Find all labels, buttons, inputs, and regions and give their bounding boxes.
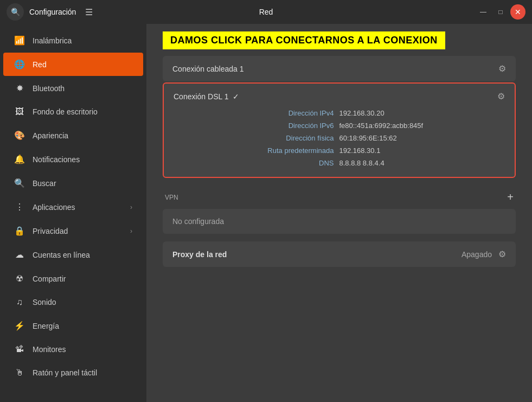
lock-icon: 🔒 bbox=[14, 226, 25, 236]
vpn-no-config-card: No configurada bbox=[163, 209, 516, 234]
display-icon: 📽 bbox=[14, 344, 25, 354]
sidebar-item-label: Compartir bbox=[33, 275, 66, 283]
globe-icon: 🌐 bbox=[14, 59, 25, 69]
proxy-label: Proxy de la red bbox=[172, 250, 227, 259]
sidebar-item-compartir[interactable]: ☢ Compartir bbox=[3, 267, 143, 290]
ipv4-value: 192.168.30.20 bbox=[339, 109, 495, 117]
sidebar-item-label: Fondo de escritorio bbox=[33, 107, 98, 116]
dsl-header: Conexión DSL 1 ✓ ⚙ bbox=[174, 91, 505, 101]
dsl-details: Dirección IPv4 192.168.30.20 Dirección I… bbox=[174, 109, 505, 167]
chevron-right-icon: › bbox=[130, 227, 132, 235]
sidebar-item-monitores[interactable]: 📽 Monitores bbox=[3, 338, 143, 361]
sidebar-item-privacidad[interactable]: 🔒 Privacidad › bbox=[3, 219, 143, 243]
mac-value: 60:18:95:6E:15:62 bbox=[339, 134, 495, 142]
annotation-banner: DAMOS CLICK PARA CONECTARNOS A LA CONEXI… bbox=[163, 24, 516, 56]
proxy-right: Apagado ⚙ bbox=[462, 249, 506, 259]
bluetooth-icon: ✸ bbox=[14, 83, 25, 93]
vpn-add-button[interactable]: + bbox=[507, 191, 514, 203]
sidebar-item-energia[interactable]: ⚡ Energía bbox=[3, 314, 143, 337]
menu-button[interactable]: ☰ bbox=[80, 3, 98, 21]
sidebar-item-label: Aplicaciones bbox=[33, 203, 75, 212]
share-icon: ☢ bbox=[14, 273, 25, 284]
sidebar-item-label: Apariencia bbox=[33, 131, 68, 140]
sidebar-item-bluetooth[interactable]: ✸ Bluetooth bbox=[3, 76, 143, 100]
sidebar-item-label: Energía bbox=[33, 322, 59, 330]
main-layout: 📶 Inalámbrica 🌐 Red ✸ Bluetooth 🖼 Fondo … bbox=[0, 24, 532, 402]
sidebar-item-aplicaciones[interactable]: ⋮ Aplicaciones › bbox=[3, 195, 143, 219]
search-icon: 🔍 bbox=[11, 8, 20, 16]
app-title: Configuración bbox=[29, 8, 76, 16]
chevron-right-icon: › bbox=[130, 203, 132, 211]
mouse-icon: 🖱 bbox=[14, 368, 25, 378]
close-button[interactable]: ✕ bbox=[510, 4, 525, 20]
sidebar-item-label: Cuentas en línea bbox=[33, 251, 90, 259]
cloud-icon: ☁ bbox=[14, 250, 25, 260]
ipv6-value: fe80::451a:6992:acbb:845f bbox=[339, 122, 495, 130]
monitor-icon: 🖼 bbox=[14, 107, 25, 117]
sidebar-item-inalambrica[interactable]: 📶 Inalámbrica bbox=[3, 29, 143, 52]
lightning-icon: ⚡ bbox=[14, 321, 25, 331]
dsl-connection-name: Conexión DSL 1 ✓ bbox=[174, 92, 239, 101]
checkmark-icon: ✓ bbox=[233, 92, 239, 101]
dns-label: DNS bbox=[184, 159, 339, 167]
bell-icon: 🔔 bbox=[14, 154, 25, 164]
maximize-button[interactable]: □ bbox=[493, 4, 508, 20]
sidebar-item-label: Privacidad bbox=[33, 227, 68, 235]
menu-icon: ☰ bbox=[85, 7, 93, 17]
search-icon: 🔍 bbox=[14, 178, 25, 188]
palette-icon: 🎨 bbox=[14, 130, 25, 141]
wired-connection-card[interactable]: Conexión cableada 1 ⚙ bbox=[163, 56, 516, 81]
mac-label: Dirección física bbox=[184, 134, 339, 142]
close-icon: ✕ bbox=[515, 8, 521, 16]
proxy-card[interactable]: Proxy de la red Apagado ⚙ bbox=[163, 241, 516, 267]
sidebar-item-label: Monitores bbox=[33, 345, 66, 354]
sidebar-item-cuentas[interactable]: ☁ Cuentas en línea bbox=[3, 243, 143, 266]
wifi-icon: 📶 bbox=[14, 35, 25, 46]
ipv4-label: Dirección IPv4 bbox=[184, 109, 339, 117]
search-button[interactable]: 🔍 bbox=[7, 3, 24, 21]
sidebar-item-label: Buscar bbox=[33, 179, 56, 188]
sidebar-item-notificaciones[interactable]: 🔔 Notificaciones bbox=[3, 148, 143, 171]
minimize-button[interactable]: — bbox=[476, 4, 491, 20]
grid-icon: ⋮ bbox=[14, 202, 25, 212]
sidebar-item-red[interactable]: 🌐 Red bbox=[3, 53, 143, 76]
sidebar-item-label: Ratón y panel táctil bbox=[33, 368, 97, 377]
wired-connection-name: Conexión cableada 1 bbox=[172, 65, 244, 73]
proxy-status: Apagado bbox=[462, 250, 492, 259]
window-title: Red bbox=[259, 8, 273, 16]
vpn-header: VPN + bbox=[163, 186, 516, 209]
sidebar-item-raton[interactable]: 🖱 Ratón y panel táctil bbox=[3, 361, 143, 384]
window-controls: — □ ✕ bbox=[476, 4, 525, 20]
sidebar-item-label: Bluetooth bbox=[33, 84, 65, 93]
vpn-section: VPN + No configurada bbox=[163, 186, 516, 234]
wired-settings-icon[interactable]: ⚙ bbox=[498, 63, 506, 74]
dsl-settings-icon[interactable]: ⚙ bbox=[497, 91, 505, 101]
sidebar-item-label: Red bbox=[33, 60, 47, 69]
sidebar-item-label: Inalámbrica bbox=[33, 36, 72, 45]
titlebar: 🔍 Configuración ☰ Red — □ ✕ bbox=[0, 0, 532, 24]
sidebar-item-fondo[interactable]: 🖼 Fondo de escritorio bbox=[3, 100, 143, 123]
vpn-no-config-text: No configurada bbox=[172, 217, 224, 226]
music-icon: ♫ bbox=[14, 297, 25, 307]
sidebar-item-label: Notificaciones bbox=[33, 155, 80, 164]
route-label: Ruta predeterminada bbox=[184, 146, 339, 155]
sidebar-item-apariencia[interactable]: 🎨 Apariencia bbox=[3, 124, 143, 147]
proxy-settings-icon[interactable]: ⚙ bbox=[498, 249, 506, 259]
maximize-icon: □ bbox=[498, 8, 502, 16]
dns-value: 8.8.8.8 8.8.4.4 bbox=[339, 159, 495, 167]
vpn-label: VPN bbox=[165, 194, 178, 201]
content-area: DAMOS CLICK PARA CONECTARNOS A LA CONEXI… bbox=[146, 24, 532, 402]
sidebar-item-sonido[interactable]: ♫ Sonido bbox=[3, 291, 143, 314]
dsl-connection-card[interactable]: Conexión DSL 1 ✓ ⚙ Dirección IPv4 192.16… bbox=[163, 82, 516, 178]
sidebar-item-buscar[interactable]: 🔍 Buscar bbox=[3, 171, 143, 195]
sidebar: 📶 Inalámbrica 🌐 Red ✸ Bluetooth 🖼 Fondo … bbox=[0, 24, 146, 402]
minimize-icon: — bbox=[480, 8, 486, 16]
route-value: 192.168.30.1 bbox=[339, 146, 495, 155]
ipv6-label: Dirección IPv6 bbox=[184, 122, 339, 130]
sidebar-item-label: Sonido bbox=[33, 298, 56, 307]
